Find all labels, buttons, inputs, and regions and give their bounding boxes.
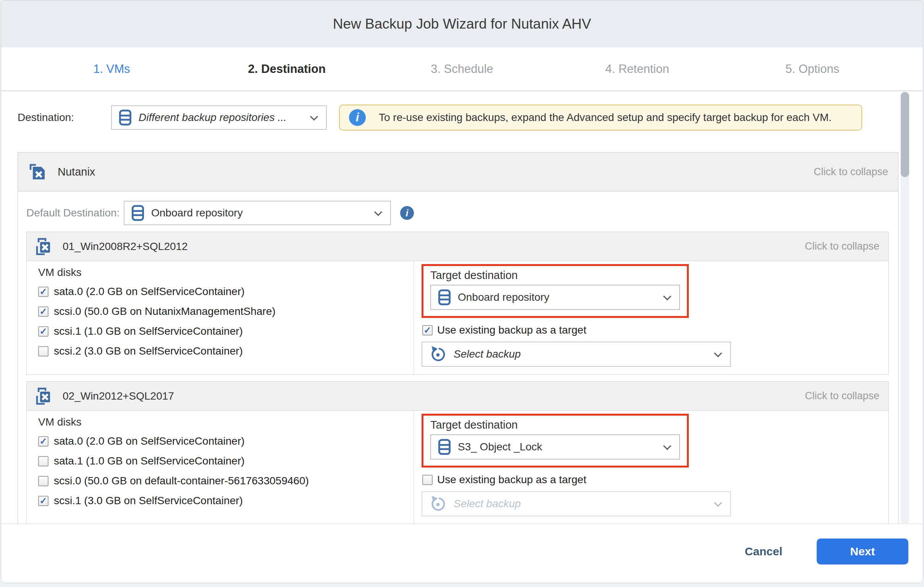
chevron-down-icon: [714, 498, 722, 506]
vm-02-target-dropdown[interactable]: S3_ Object _Lock: [430, 434, 680, 460]
vm-disks-label: VM disks: [38, 266, 414, 282]
disk-label: sata.1 (1.0 GB on SelfServiceContainer): [54, 455, 245, 467]
disk-checkbox[interactable]: [38, 456, 48, 467]
use-existing-label: Use existing backup as a target: [437, 474, 586, 486]
page-title: New Backup Job Wizard for Nutanix AHV: [333, 16, 591, 32]
vm-02-body: VM disks sata.0 (2.0 GB on SelfServiceCo…: [27, 411, 888, 524]
info-note-text: To re-use existing backups, expand the A…: [379, 111, 832, 124]
use-existing-checkbox[interactable]: [422, 475, 432, 485]
repository-icon: [131, 204, 144, 221]
vm-02-title: 02_Win2012+SQL2017: [63, 390, 174, 402]
disk-label: scsi.1 (1.0 GB on SelfServiceContainer): [54, 325, 243, 337]
vm-02-target-value: S3_ Object _Lock: [458, 441, 660, 453]
vm-02-select-backup-value: Select backup: [454, 498, 711, 510]
default-destination-row: Default Destination: Onboard repository …: [26, 201, 889, 225]
repository-icon: [438, 439, 451, 455]
vm-icon: [34, 386, 53, 406]
disk-label: scsi.2 (3.0 GB on SelfServiceContainer): [54, 345, 243, 357]
destination-dropdown[interactable]: Different backup repositories ...: [111, 106, 327, 130]
vm-01-target-value: Onboard repository: [458, 291, 660, 303]
target-destination-label: Target destination: [430, 419, 680, 431]
disk-checkbox[interactable]: [38, 307, 48, 317]
chevron-down-icon: [663, 292, 671, 300]
repository-icon: [438, 289, 451, 306]
step-options: 5. Options: [725, 62, 900, 76]
vm-02-select-backup-dropdown: Select backup: [422, 491, 731, 516]
vertical-scrollbar-track[interactable]: [901, 92, 909, 524]
default-destination-info-icon[interactable]: i: [400, 206, 414, 220]
disk-checkbox[interactable]: [38, 476, 48, 486]
next-button[interactable]: Next: [817, 539, 908, 564]
vm-02-disks: VM disks sata.0 (2.0 GB on SelfServiceCo…: [27, 411, 414, 524]
titlebar: New Backup Job Wizard for Nutanix AHV: [1, 0, 923, 47]
repository-icon: [119, 109, 132, 126]
disk-row[interactable]: sata.0 (2.0 GB on SelfServiceContainer): [38, 431, 414, 451]
vm-01-body: VM disks sata.0 (2.0 GB on SelfServiceCo…: [27, 261, 888, 374]
vm-01-disks: VM disks sata.0 (2.0 GB on SelfServiceCo…: [27, 261, 414, 374]
chevron-down-icon: [374, 208, 382, 216]
vm-disks-label: VM disks: [38, 416, 414, 431]
disk-label: scsi.0 (50.0 GB on default-container-561…: [54, 475, 309, 487]
wizard-step-bar: 1. VMs 2. Destination 3. Schedule 4. Ret…: [1, 47, 923, 91]
vm-02-target-highlight: Target destination S3_ Object _Lock: [422, 414, 689, 468]
nutanix-section-body: Default Destination: Onboard repository …: [18, 191, 898, 524]
info-icon: i: [349, 109, 366, 126]
disk-checkbox[interactable]: [38, 436, 48, 447]
vm-01-target-dropdown[interactable]: Onboard repository: [430, 285, 680, 310]
vm-02-header[interactable]: 02_Win2012+SQL2017 Click to collapse: [27, 382, 888, 411]
vm-01-header[interactable]: 01_Win2008R2+SQL2012 Click to collapse: [27, 232, 888, 261]
vm-01-title: 01_Win2008R2+SQL2012: [63, 241, 188, 253]
vm-02-target-column: Target destination S3_ Object _Lock: [414, 411, 888, 524]
restore-point-icon: [429, 345, 447, 363]
vm-icon: [34, 237, 53, 257]
vm-01-collapse-hint[interactable]: Click to collapse: [805, 241, 879, 252]
vm-01-use-existing-row[interactable]: Use existing backup as a target: [422, 324, 888, 336]
chevron-down-icon: [663, 442, 671, 450]
chevron-down-icon: [714, 349, 722, 357]
disk-label: scsi.1 (3.0 GB on SelfServiceContainer): [54, 495, 243, 507]
default-destination-dropdown[interactable]: Onboard repository: [124, 201, 391, 225]
step-destination[interactable]: 2. Destination: [199, 62, 375, 76]
disk-label: sata.0 (2.0 GB on SelfServiceContainer): [54, 285, 245, 298]
cancel-button[interactable]: Cancel: [745, 545, 782, 558]
chevron-down-icon: [310, 112, 318, 120]
vm-box-01: 01_Win2008R2+SQL2012 Click to collapse V…: [26, 232, 889, 375]
vm-01-select-backup-value: Select backup: [454, 348, 711, 360]
step-schedule: 3. Schedule: [375, 62, 550, 76]
vm-02-use-existing-row[interactable]: Use existing backup as a target: [422, 474, 888, 486]
disk-checkbox[interactable]: [38, 287, 48, 297]
nutanix-section: Nutanix Click to collapse Default Destin…: [18, 152, 898, 524]
vm-02-collapse-hint[interactable]: Click to collapse: [805, 390, 879, 402]
backup-job-wizard-dialog: New Backup Job Wizard for Nutanix AHV 1.…: [1, 0, 923, 583]
vertical-scrollbar-thumb[interactable]: [901, 92, 909, 177]
nutanix-collapse-hint[interactable]: Click to collapse: [813, 166, 888, 178]
disk-row[interactable]: scsi.1 (3.0 GB on SelfServiceContainer): [38, 491, 414, 511]
disk-row[interactable]: scsi.2 (3.0 GB on SelfServiceContainer): [38, 341, 414, 361]
default-destination-value: Onboard repository: [151, 207, 371, 219]
disk-checkbox[interactable]: [38, 496, 48, 506]
destination-row: Destination: Different backup repositori…: [18, 105, 898, 130]
restore-point-icon: [429, 495, 447, 513]
disk-row[interactable]: sata.1 (1.0 GB on SelfServiceContainer): [38, 451, 414, 471]
disk-label: sata.0 (2.0 GB on SelfServiceContainer): [54, 435, 245, 447]
info-note: i To re-use existing backups, expand the…: [339, 105, 862, 130]
disk-row[interactable]: scsi.0 (50.0 GB on NutanixManagementShar…: [38, 302, 414, 322]
use-existing-checkbox[interactable]: [422, 325, 432, 335]
disk-row[interactable]: scsi.1 (1.0 GB on SelfServiceContainer): [38, 322, 414, 341]
use-existing-label: Use existing backup as a target: [437, 324, 586, 336]
disk-row[interactable]: scsi.0 (50.0 GB on default-container-561…: [38, 471, 414, 491]
vm-01-target-highlight: Target destination Onboard repository: [422, 264, 689, 318]
nutanix-section-header[interactable]: Nutanix Click to collapse: [18, 152, 898, 191]
vm-box-02: 02_Win2012+SQL2017 Click to collapse VM …: [26, 381, 889, 524]
wizard-content: Destination: Different backup repositori…: [1, 92, 923, 524]
wizard-footer: Cancel Next: [1, 524, 923, 583]
vm-01-select-backup-dropdown[interactable]: Select backup: [422, 341, 731, 367]
disk-row[interactable]: sata.0 (2.0 GB on SelfServiceContainer): [38, 282, 414, 302]
default-destination-label: Default Destination:: [26, 207, 124, 219]
disk-label: scsi.0 (50.0 GB on NutanixManagementShar…: [54, 305, 276, 318]
disk-checkbox[interactable]: [38, 326, 48, 336]
disk-checkbox[interactable]: [38, 346, 48, 356]
step-vms[interactable]: 1. VMs: [24, 62, 199, 76]
nutanix-cluster-icon: [28, 162, 47, 182]
destination-dropdown-value: Different backup repositories ...: [139, 111, 307, 124]
